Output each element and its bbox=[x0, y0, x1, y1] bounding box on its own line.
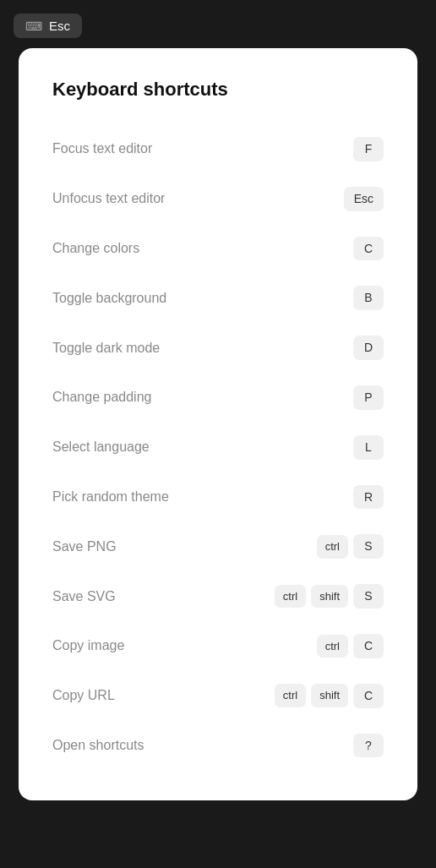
shortcut-label: Open shortcuts bbox=[52, 738, 144, 753]
shortcut-row: Copy imagectrlC bbox=[52, 621, 384, 671]
shortcut-keys: ctrlshiftC bbox=[275, 684, 384, 708]
esc-badge[interactable]: ⌨ Esc bbox=[14, 14, 82, 38]
shortcut-label: Save SVG bbox=[52, 589, 116, 604]
shortcut-row: Select languageL bbox=[52, 423, 384, 472]
shortcut-keys: D bbox=[353, 336, 384, 360]
shortcut-label: Unfocus text editor bbox=[52, 191, 165, 206]
shortcut-row: Copy URLctrlshiftC bbox=[52, 671, 384, 721]
shortcut-row: Open shortcuts? bbox=[52, 721, 384, 771]
shortcut-row: Save SVGctrlshiftS bbox=[52, 571, 384, 621]
key-badge: shift bbox=[311, 585, 348, 609]
key-badge: Esc bbox=[344, 187, 384, 211]
keyboard-icon: ⌨ bbox=[25, 19, 42, 33]
key-badge: P bbox=[353, 385, 384, 410]
shortcut-label: Select language bbox=[52, 439, 150, 455]
modal-title: Keyboard shortcuts bbox=[52, 79, 384, 101]
shortcut-label: Save PNG bbox=[52, 539, 117, 554]
key-badge: ? bbox=[353, 734, 384, 758]
key-badge: C bbox=[353, 634, 384, 658]
shortcut-keys: R bbox=[353, 485, 384, 510]
key-badge: L bbox=[353, 435, 384, 460]
key-badge: ctrl bbox=[317, 635, 348, 658]
shortcut-keys: Esc bbox=[344, 187, 384, 211]
shortcut-keys: P bbox=[353, 385, 384, 410]
shortcut-keys: ? bbox=[353, 734, 384, 758]
key-badge: C bbox=[353, 684, 384, 708]
key-badge: ctrl bbox=[317, 535, 348, 559]
key-badge: C bbox=[353, 237, 384, 261]
key-badge: ctrl bbox=[275, 585, 306, 609]
key-badge: S bbox=[353, 584, 384, 609]
shortcut-keys: B bbox=[353, 286, 384, 310]
key-badge: shift bbox=[311, 684, 348, 707]
shortcuts-modal: Keyboard shortcuts Focus text editorFUnf… bbox=[19, 48, 417, 800]
shortcut-label: Change colors bbox=[52, 241, 139, 256]
key-badge: D bbox=[353, 336, 384, 360]
esc-label: Esc bbox=[49, 19, 70, 33]
shortcut-keys: L bbox=[353, 435, 384, 460]
shortcut-label: Toggle dark mode bbox=[52, 341, 160, 356]
shortcut-row: Toggle backgroundB bbox=[52, 273, 384, 323]
shortcut-row: Change colorsC bbox=[52, 224, 384, 274]
shortcut-label: Change padding bbox=[52, 390, 151, 405]
shortcut-keys: C bbox=[353, 237, 384, 261]
shortcut-label: Focus text editor bbox=[52, 141, 152, 156]
shortcut-keys: ctrlshiftS bbox=[275, 584, 384, 609]
shortcut-row: Toggle dark modeD bbox=[52, 323, 384, 373]
key-badge: B bbox=[353, 286, 384, 310]
shortcut-keys: F bbox=[353, 137, 384, 161]
shortcut-label: Toggle background bbox=[52, 291, 166, 306]
key-badge: S bbox=[353, 534, 384, 559]
shortcut-row: Unfocus text editorEsc bbox=[52, 174, 384, 224]
shortcut-label: Pick random theme bbox=[52, 489, 169, 505]
key-badge: F bbox=[353, 137, 384, 161]
shortcut-label: Copy URL bbox=[52, 688, 115, 703]
shortcut-keys: ctrlC bbox=[317, 634, 384, 658]
shortcut-list: Focus text editorFUnfocus text editorEsc… bbox=[52, 124, 384, 770]
top-bar: ⌨ Esc bbox=[0, 14, 436, 48]
shortcut-row: Save PNGctrlS bbox=[52, 521, 384, 571]
key-badge: R bbox=[353, 485, 384, 510]
shortcut-row: Change paddingP bbox=[52, 373, 384, 423]
shortcut-keys: ctrlS bbox=[317, 534, 384, 559]
shortcut-row: Focus text editorF bbox=[52, 124, 384, 174]
shortcut-row: Pick random themeR bbox=[52, 472, 384, 522]
key-badge: ctrl bbox=[275, 684, 306, 707]
shortcut-label: Copy image bbox=[52, 638, 124, 653]
